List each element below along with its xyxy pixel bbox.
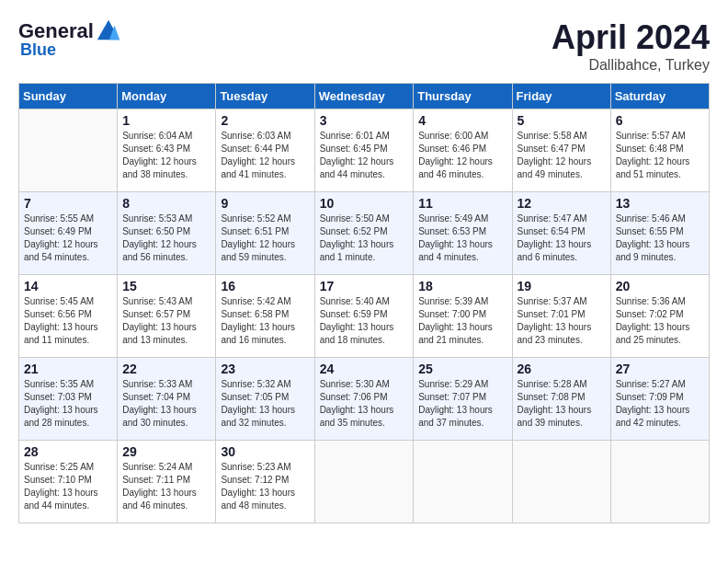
day-number: 2 <box>221 113 309 128</box>
day-info: Sunrise: 5:27 AMSunset: 7:09 PMDaylight:… <box>616 378 704 430</box>
day-number: 16 <box>221 279 309 293</box>
day-number: 30 <box>221 444 309 459</box>
day-number: 14 <box>24 279 112 293</box>
calendar-day-cell: 13Sunrise: 5:46 AMSunset: 6:55 PMDayligh… <box>610 192 709 275</box>
day-info: Sunrise: 5:52 AMSunset: 6:51 PMDaylight:… <box>221 213 309 264</box>
day-info: Sunrise: 5:29 AMSunset: 7:07 PMDaylight:… <box>418 378 506 430</box>
day-number: 15 <box>122 279 210 293</box>
day-info: Sunrise: 6:00 AMSunset: 6:46 PMDaylight:… <box>418 130 506 181</box>
weekday-header: Saturday <box>610 84 709 109</box>
weekday-header: Wednesday <box>314 84 414 109</box>
day-number: 29 <box>122 444 210 459</box>
day-info: Sunrise: 5:57 AMSunset: 6:48 PMDaylight:… <box>616 130 704 181</box>
calendar-day-cell: 4Sunrise: 6:00 AMSunset: 6:46 PMDaylight… <box>414 109 512 192</box>
weekday-header: Thursday <box>414 84 512 109</box>
day-info: Sunrise: 5:36 AMSunset: 7:02 PMDaylight:… <box>616 295 704 347</box>
day-info: Sunrise: 5:43 AMSunset: 6:57 PMDaylight:… <box>122 295 210 347</box>
day-number: 25 <box>418 362 506 376</box>
calendar-day-cell: 3Sunrise: 6:01 AMSunset: 6:45 PMDaylight… <box>314 109 414 192</box>
calendar-header-row: SundayMondayTuesdayWednesdayThursdayFrid… <box>19 84 710 109</box>
day-info: Sunrise: 5:55 AMSunset: 6:49 PMDaylight:… <box>24 213 112 264</box>
day-number: 19 <box>518 279 606 293</box>
logo-icon <box>96 18 121 44</box>
day-info: Sunrise: 5:30 AMSunset: 7:06 PMDaylight:… <box>320 378 409 430</box>
day-info: Sunrise: 5:37 AMSunset: 7:01 PMDaylight:… <box>518 295 606 347</box>
calendar-week-row: 14Sunrise: 5:45 AMSunset: 6:56 PMDayligh… <box>19 275 710 358</box>
calendar-day-cell: 8Sunrise: 5:53 AMSunset: 6:50 PMDaylight… <box>118 192 216 275</box>
day-number: 11 <box>418 196 506 211</box>
calendar-day-cell: 26Sunrise: 5:28 AMSunset: 7:08 PMDayligh… <box>512 358 610 441</box>
title-block: April 2024 Dallibahce, Turkey <box>552 18 710 74</box>
calendar-day-cell: 11Sunrise: 5:49 AMSunset: 6:53 PMDayligh… <box>414 192 512 275</box>
day-number: 17 <box>320 279 409 293</box>
day-number: 18 <box>418 279 506 293</box>
calendar-day-cell: 28Sunrise: 5:25 AMSunset: 7:10 PMDayligh… <box>19 441 118 523</box>
calendar-table: SundayMondayTuesdayWednesdayThursdayFrid… <box>18 83 710 523</box>
calendar-day-cell <box>19 109 118 192</box>
calendar-day-cell: 25Sunrise: 5:29 AMSunset: 7:07 PMDayligh… <box>414 358 512 441</box>
day-info: Sunrise: 6:01 AMSunset: 6:45 PMDaylight:… <box>320 130 409 181</box>
day-number: 28 <box>24 444 112 459</box>
day-number: 10 <box>320 196 409 211</box>
weekday-header: Monday <box>118 84 216 109</box>
calendar-day-cell: 1Sunrise: 6:04 AMSunset: 6:43 PMDaylight… <box>118 109 216 192</box>
day-info: Sunrise: 5:58 AMSunset: 6:47 PMDaylight:… <box>518 130 606 181</box>
calendar-day-cell: 2Sunrise: 6:03 AMSunset: 6:44 PMDaylight… <box>216 109 314 192</box>
calendar-day-cell: 15Sunrise: 5:43 AMSunset: 6:57 PMDayligh… <box>118 275 216 358</box>
day-number: 1 <box>122 113 210 128</box>
day-number: 8 <box>122 196 210 211</box>
calendar-day-cell: 27Sunrise: 5:27 AMSunset: 7:09 PMDayligh… <box>610 358 709 441</box>
calendar-day-cell: 22Sunrise: 5:33 AMSunset: 7:04 PMDayligh… <box>118 358 216 441</box>
calendar-day-cell <box>610 441 709 523</box>
location-title: Dallibahce, Turkey <box>552 57 710 74</box>
month-title: April 2024 <box>552 18 710 57</box>
calendar-day-cell: 20Sunrise: 5:36 AMSunset: 7:02 PMDayligh… <box>610 275 709 358</box>
calendar-week-row: 1Sunrise: 6:04 AMSunset: 6:43 PMDaylight… <box>19 109 710 192</box>
calendar-day-cell: 24Sunrise: 5:30 AMSunset: 7:06 PMDayligh… <box>314 358 414 441</box>
day-number: 12 <box>518 196 606 211</box>
calendar-day-cell: 21Sunrise: 5:35 AMSunset: 7:03 PMDayligh… <box>19 358 118 441</box>
calendar-week-row: 28Sunrise: 5:25 AMSunset: 7:10 PMDayligh… <box>19 441 710 523</box>
day-info: Sunrise: 5:42 AMSunset: 6:58 PMDaylight:… <box>221 295 309 347</box>
calendar-day-cell: 19Sunrise: 5:37 AMSunset: 7:01 PMDayligh… <box>512 275 610 358</box>
weekday-header: Friday <box>512 84 610 109</box>
day-number: 22 <box>122 362 210 376</box>
day-info: Sunrise: 5:24 AMSunset: 7:11 PMDaylight:… <box>122 461 210 512</box>
weekday-header: Sunday <box>19 84 118 109</box>
day-number: 26 <box>518 362 606 376</box>
day-info: Sunrise: 5:49 AMSunset: 6:53 PMDaylight:… <box>418 213 506 264</box>
calendar-day-cell <box>414 441 512 523</box>
calendar-day-cell: 7Sunrise: 5:55 AMSunset: 6:49 PMDaylight… <box>19 192 118 275</box>
day-number: 27 <box>616 362 704 376</box>
day-info: Sunrise: 5:47 AMSunset: 6:54 PMDaylight:… <box>518 213 606 264</box>
day-info: Sunrise: 6:03 AMSunset: 6:44 PMDaylight:… <box>221 130 309 181</box>
calendar-day-cell <box>314 441 414 523</box>
calendar-week-row: 7Sunrise: 5:55 AMSunset: 6:49 PMDaylight… <box>19 192 710 275</box>
day-info: Sunrise: 5:53 AMSunset: 6:50 PMDaylight:… <box>122 213 210 264</box>
calendar-week-row: 21Sunrise: 5:35 AMSunset: 7:03 PMDayligh… <box>19 358 710 441</box>
day-info: Sunrise: 5:39 AMSunset: 7:00 PMDaylight:… <box>418 295 506 347</box>
day-number: 5 <box>518 113 606 128</box>
calendar-day-cell: 30Sunrise: 5:23 AMSunset: 7:12 PMDayligh… <box>216 441 314 523</box>
page-header: General Blue April 2024 Dallibahce, Turk… <box>18 18 710 74</box>
day-info: Sunrise: 5:33 AMSunset: 7:04 PMDaylight:… <box>122 378 210 430</box>
calendar-day-cell <box>512 441 610 523</box>
day-number: 24 <box>320 362 409 376</box>
day-info: Sunrise: 5:40 AMSunset: 6:59 PMDaylight:… <box>320 295 409 347</box>
day-number: 20 <box>616 279 704 293</box>
weekday-header: Tuesday <box>216 84 314 109</box>
day-number: 3 <box>320 113 409 128</box>
day-number: 4 <box>418 113 506 128</box>
day-info: Sunrise: 5:23 AMSunset: 7:12 PMDaylight:… <box>221 461 309 512</box>
day-info: Sunrise: 5:28 AMSunset: 7:08 PMDaylight:… <box>518 378 606 430</box>
logo-blue-text: Blue <box>20 40 56 60</box>
day-info: Sunrise: 5:45 AMSunset: 6:56 PMDaylight:… <box>24 295 112 347</box>
calendar-day-cell: 18Sunrise: 5:39 AMSunset: 7:00 PMDayligh… <box>414 275 512 358</box>
calendar-day-cell: 10Sunrise: 5:50 AMSunset: 6:52 PMDayligh… <box>314 192 414 275</box>
day-number: 7 <box>24 196 112 211</box>
day-info: Sunrise: 5:25 AMSunset: 7:10 PMDaylight:… <box>24 461 112 512</box>
calendar-day-cell: 17Sunrise: 5:40 AMSunset: 6:59 PMDayligh… <box>314 275 414 358</box>
day-number: 13 <box>616 196 704 211</box>
calendar-day-cell: 12Sunrise: 5:47 AMSunset: 6:54 PMDayligh… <box>512 192 610 275</box>
day-number: 23 <box>221 362 309 376</box>
